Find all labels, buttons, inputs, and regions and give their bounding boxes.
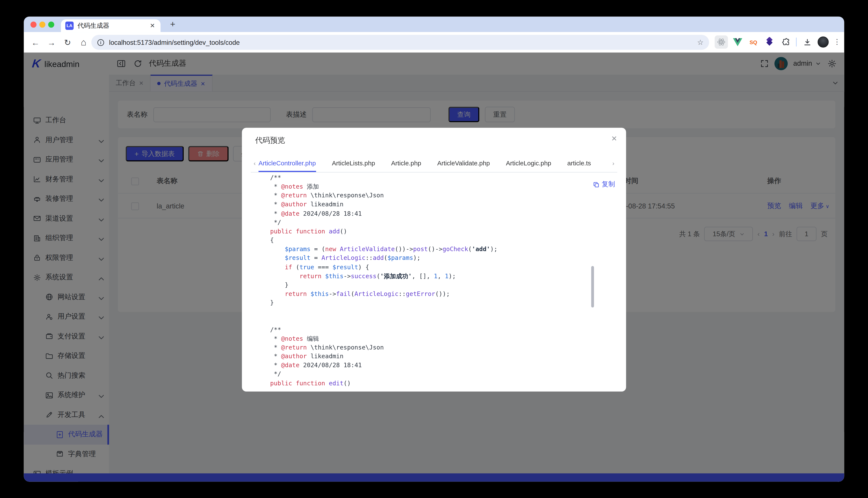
url-text: localhost:5173/admin/setting/dev_tools/c…: [109, 38, 697, 46]
admin-page: K likeadmin 工作台用户管理应用管理财务管理装修管理渠道设置组织管理权…: [24, 52, 844, 482]
sq-extension-icon[interactable]: SQ: [747, 36, 760, 49]
file-tab-ArticleLogic.php[interactable]: ArticleLogic.php: [506, 160, 551, 172]
browser-tabstrip: LA 代码生成器 ✕ +: [24, 17, 844, 32]
copy-label: 复制: [602, 180, 615, 189]
file-tab-Article.php[interactable]: Article.php: [391, 160, 421, 172]
screen: LA 代码生成器 ✕ + ← → ↻ ⌂ localhost:5173/admi…: [0, 0, 868, 498]
code-block: /** * @notes 添加 * @return \think\respons…: [270, 174, 497, 388]
extension-icons: SQ⋮: [715, 34, 842, 50]
modal-tabbar: ‹ ArticleController.phpArticleLists.phpA…: [251, 154, 617, 173]
file-tab-ArticleLists.php[interactable]: ArticleLists.php: [332, 160, 375, 172]
menu-kebab-icon[interactable]: ⋮: [832, 36, 841, 49]
site-info-icon[interactable]: [97, 38, 105, 46]
browser-window: LA 代码生成器 ✕ + ← → ↻ ⌂ localhost:5173/admi…: [24, 17, 844, 482]
modal-title: 代码预览: [255, 135, 285, 145]
new-tab-button[interactable]: +: [167, 18, 179, 30]
react-devtools-icon[interactable]: [715, 36, 728, 49]
browser-tab[interactable]: LA 代码生成器 ✕: [61, 19, 161, 32]
copy-button[interactable]: 复制: [593, 180, 615, 189]
address-bar[interactable]: localhost:5173/admin/setting/dev_tools/c…: [91, 35, 709, 50]
file-tab-article.ts[interactable]: article.ts: [567, 160, 591, 172]
browser-toolbar: ← → ↻ ⌂ localhost:5173/admin/setting/dev…: [24, 32, 844, 52]
minimize-window-button[interactable]: [39, 22, 46, 28]
zoom-window-button[interactable]: [48, 22, 54, 28]
diamond-extension-icon[interactable]: [763, 36, 776, 49]
home-icon[interactable]: ⌂: [76, 35, 91, 50]
forward-icon[interactable]: →: [44, 35, 59, 50]
code-viewer[interactable]: /** * @notes 添加 * @return \think\respons…: [242, 173, 626, 392]
favicon: LA: [65, 22, 74, 30]
code-scrollbar[interactable]: [591, 266, 594, 307]
tab-close-icon[interactable]: ✕: [149, 22, 156, 29]
bookmark-star-icon[interactable]: ☆: [697, 38, 704, 47]
vue-devtools-icon[interactable]: [731, 36, 744, 49]
file-tab-ArticleValidate.php[interactable]: ArticleValidate.php: [437, 160, 490, 172]
code-preview-modal: 代码预览 ✕ ‹ ArticleController.phpArticleLis…: [242, 128, 626, 392]
toolbar-separator: [796, 38, 797, 46]
tabs-scroll-right-icon[interactable]: ›: [610, 160, 617, 167]
extensions-puzzle-icon[interactable]: [779, 36, 792, 49]
back-icon[interactable]: ←: [28, 35, 42, 50]
browser-tab-title: 代码生成器: [78, 22, 149, 30]
file-tabs: ArticleController.phpArticleLists.phpArt…: [258, 157, 609, 169]
close-window-button[interactable]: [30, 22, 37, 28]
reload-icon[interactable]: ↻: [61, 35, 75, 50]
tabs-scroll-left-icon[interactable]: ‹: [251, 160, 258, 167]
modal-close-icon[interactable]: ✕: [611, 134, 617, 143]
file-tab-ArticleController.php[interactable]: ArticleController.php: [258, 160, 316, 172]
download-icon[interactable]: [801, 36, 814, 49]
browser-profile-avatar[interactable]: [817, 36, 830, 49]
